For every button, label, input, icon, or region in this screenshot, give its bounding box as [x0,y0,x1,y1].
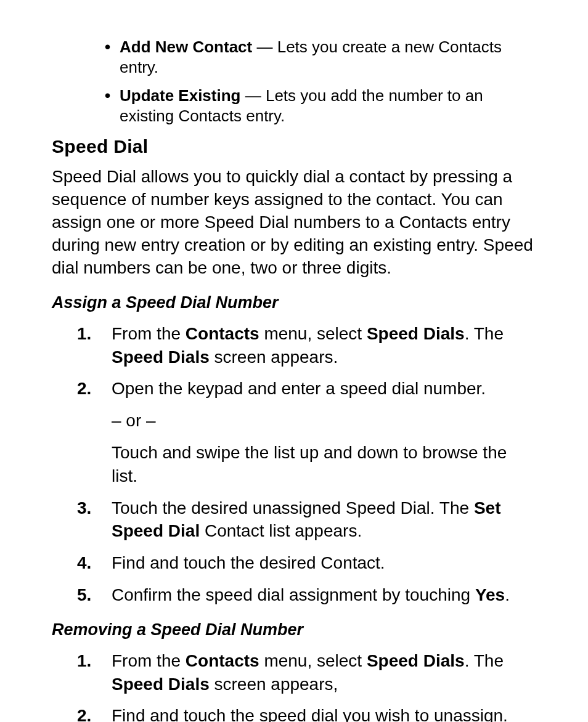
step-or: – or – [112,409,536,432]
step-text: From the Contacts menu, select Speed Dia… [112,324,504,367]
step-item: 1.From the Contacts menu, select Speed D… [62,322,536,369]
step-subtext: Touch and swipe the list up and down to … [112,441,536,488]
step-number: 2. [77,377,91,400]
step-item: 5.Confirm the speed dial assignment by t… [62,583,536,607]
step-number: 3. [77,497,91,520]
bullet-bold: Update Existing [120,86,240,105]
steps-assign: 1.From the Contacts menu, select Speed D… [52,322,536,607]
step-number: 5. [77,583,91,607]
bullet-list: Add New Contact — Lets you create a new … [52,37,536,126]
step-number: 4. [77,551,91,575]
step-number: 1. [77,322,91,346]
step-text: From the Contacts menu, select Speed Dia… [112,651,504,694]
step-text: Open the keypad and enter a speed dial n… [112,379,486,398]
bullet-item: Add New Contact — Lets you create a new … [52,37,536,78]
step-number: 2. [77,704,91,722]
step-item: 4.Find and touch the desired Contact. [62,551,536,575]
step-item: 2.Find and touch the speed dial you wish… [62,704,536,722]
step-item: 3.Touch the desired unassigned Speed Dia… [62,497,536,543]
heading-speed-dial: Speed Dial [52,136,536,157]
intro-paragraph: Speed Dial allows you to quickly dial a … [52,166,536,280]
subheading-remove: Removing a Speed Dial Number [52,620,536,639]
steps-remove: 1.From the Contacts menu, select Speed D… [52,649,536,722]
step-item: 2.Open the keypad and enter a speed dial… [62,377,536,487]
step-number: 1. [77,649,91,673]
step-item: 1.From the Contacts menu, select Speed D… [62,649,536,696]
step-text: Touch the desired unassigned Speed Dial.… [112,498,500,541]
step-text: Find and touch the desired Contact. [112,553,385,572]
step-text: Find and touch the speed dial you wish t… [112,706,508,722]
bullet-item: Update Existing — Lets you add the numbe… [52,86,536,127]
step-text: Confirm the speed dial assignment by tou… [112,585,510,604]
bullet-bold: Add New Contact [120,38,252,56]
subheading-assign: Assign a Speed Dial Number [52,293,536,312]
